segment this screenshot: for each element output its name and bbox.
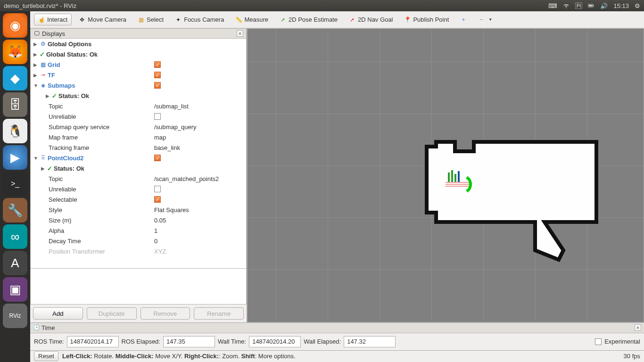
launcher-settings-icon[interactable]: 🔧 [3,198,27,222]
remove-button[interactable]: Remove [140,307,190,320]
clock[interactable]: 15:13 [613,2,629,9]
move-camera-tool[interactable]: ✥ Move Camera [74,14,131,25]
wifi-icon[interactable] [563,2,570,9]
tree-item-pc-topic[interactable]: Topic /scan_matched_points2 [31,173,246,184]
tree-item-pc-unreliable[interactable]: Unreliable [31,184,246,194]
experimental-toggle[interactable]: Experimental [595,338,640,345]
launcher-kodi-icon[interactable]: ◆ [3,66,27,90]
tf-icon: ⤞ [40,72,46,78]
reset-button[interactable]: Reset [34,351,58,361]
submaps-topic-value[interactable]: /submap_list [154,103,189,110]
add-button[interactable]: Add [33,307,83,320]
pc-size-value[interactable]: 0.05 [154,217,166,224]
status-bar: Reset Left-Click: Rotate. Middle-Click: … [30,350,644,362]
submaps-checkbox[interactable]: ✓ [154,82,161,89]
pc-style-value[interactable]: Flat Squares [154,206,189,214]
pc-unreliable-checkbox[interactable] [154,186,161,192]
tree-item-global-options[interactable]: ▶⚙Global Options [31,39,246,49]
launcher-mediaplayer-icon[interactable]: ▶ [3,145,27,170]
launcher-files-icon[interactable]: 🗄 [3,92,27,117]
measure-tool[interactable]: 📏 Measure [231,14,272,25]
pc-pos-value[interactable]: XYZ [154,248,166,255]
displays-tree[interactable]: ▶⚙Global Options ▶✓Global Status: Ok ▶▦G… [31,39,246,268]
monitor-icon: 🖵 [33,30,40,37]
rviz-viewport[interactable] [247,28,644,322]
tree-item-tf[interactable]: ▶⤞TF ✓ [31,70,246,80]
launcher-rviz-icon[interactable]: RViz [3,304,27,328]
battery-icon[interactable] [588,2,594,9]
focus-camera-tool[interactable]: ✦ Focus Camera [171,14,228,25]
tree-item-pointcloud[interactable]: ▼⠿PointCloud2 ✓ [31,153,246,163]
tree-item-pc-style[interactable]: Style Flat Squares [31,205,246,215]
tree-item-submaps-tracking[interactable]: Tracking frame base_link [31,142,246,153]
ros-time-field[interactable]: 1487402014.17 [67,336,119,347]
displays-header[interactable]: 🖵 Displays × [30,28,247,39]
tree-item-pc-selectable[interactable]: Selectable ✓ [31,194,246,205]
ruler-icon: 📏 [235,16,242,23]
duplicate-button[interactable]: Duplicate [87,307,137,320]
experimental-label: Experimental [604,338,640,345]
launcher-qq-icon[interactable]: 🐧 [3,119,27,143]
tree-item-submaps-mapframe[interactable]: Map frame map [31,132,246,142]
pc-topic-value[interactable]: /scan_matched_points2 [154,175,219,182]
tree-item-pc-alpha[interactable]: Alpha 1 [31,225,246,236]
pointcloud-checkbox[interactable]: ✓ [154,155,161,161]
tree-item-pc-size[interactable]: Size (m) 0.05 [31,215,246,225]
remove-tool-button[interactable]: － ▼ [474,14,498,25]
gear-icon[interactable]: ⚙ [635,2,640,9]
launcher-video-icon[interactable]: ▣ [3,277,27,302]
launcher-firefox-icon[interactable]: 🦊 [3,40,27,64]
nav-goal-tool[interactable]: ➚ 2D Nav Goal [345,14,397,25]
grid-checkbox[interactable]: ✓ [154,61,161,68]
displays-tree-container: ▶⚙Global Options ▶✓Global Status: Ok ▶▦G… [30,39,247,269]
ros-elapsed-field[interactable]: 147.35 [163,336,215,347]
tree-item-global-status[interactable]: ▶✓Global Status: Ok [31,49,246,59]
wall-elapsed-field[interactable]: 147.32 [344,336,396,347]
rename-button[interactable]: Rename [194,307,244,320]
pin-icon: 📍 [404,16,411,23]
launcher-updater-icon[interactable]: A [3,251,27,275]
submaps-unreliable-checkbox[interactable] [154,113,161,120]
tree-item-pc-pos[interactable]: Position Transformer XYZ [31,246,246,256]
add-tool-button[interactable]: ＋ [456,14,471,25]
publish-point-tool[interactable]: 📍 Publish Point [400,14,453,25]
move-icon: ✥ [79,16,85,23]
tree-item-submaps-topic[interactable]: Topic /submap_list [31,101,246,111]
measure-label: Measure [244,16,268,23]
launcher-dash-icon[interactable]: ◉ [3,13,27,38]
experimental-checkbox[interactable] [595,338,602,345]
tree-item-grid[interactable]: ▶▦Grid ✓ [31,59,246,70]
tree-item-submaps[interactable]: ▼◈Submaps ✓ [31,80,246,90]
interact-tool[interactable]: ☝ Interact [34,14,72,25]
pi-indicator-icon[interactable]: Pi [575,2,583,9]
close-panel-button[interactable]: × [237,30,243,37]
pc-decay-value[interactable]: 0 [154,238,157,245]
select-tool[interactable]: ▦ Select [133,14,168,25]
svg-rect-8 [454,174,456,182]
focus-camera-label: Focus Camera [184,16,224,23]
tree-item-submaps-unreliable[interactable]: Unreliable [31,111,246,122]
rviz-toolbar: ☝ Interact ✥ Move Camera ▦ Select ✦ Focu… [30,11,644,28]
launcher-arduino-icon[interactable]: ∞ [3,224,27,249]
pose-estimate-tool[interactable]: ➚ 2D Pose Estimate [275,14,342,25]
close-time-button[interactable]: × [635,324,641,331]
status-hint: Left-Click: Rotate. Middle-Click: Move X… [62,353,296,360]
tf-checkbox[interactable]: ✓ [154,72,161,78]
keyboard-icon[interactable]: ⌨ [548,2,557,9]
tree-item-submaps-status[interactable]: ▶✓Status: Ok [31,90,246,101]
svg-rect-2 [589,5,593,6]
tree-item-pointcloud-status[interactable]: ▶✓Status: Ok [31,163,246,173]
submaps-mapframe-value[interactable]: map [154,134,166,141]
pc-alpha-value[interactable]: 1 [154,227,157,234]
volume-icon[interactable]: 🔊 [600,2,608,9]
minus-icon: － [478,16,485,23]
pc-selectable-checkbox[interactable]: ✓ [154,196,161,203]
displays-buttons: Add Duplicate Remove Rename [30,304,247,322]
tree-item-submaps-query[interactable]: Submap query service /submap_query [31,122,246,132]
submaps-tracking-value[interactable]: base_link [154,144,180,151]
launcher-terminal-icon[interactable]: >_ [3,172,27,196]
wall-time-field[interactable]: 1487402014.20 [249,336,301,347]
submaps-query-value[interactable]: /submap_query [154,123,197,131]
tree-item-pc-decay[interactable]: Decay Time 0 [31,236,246,246]
time-header[interactable]: 🕒 Time × [30,323,644,333]
